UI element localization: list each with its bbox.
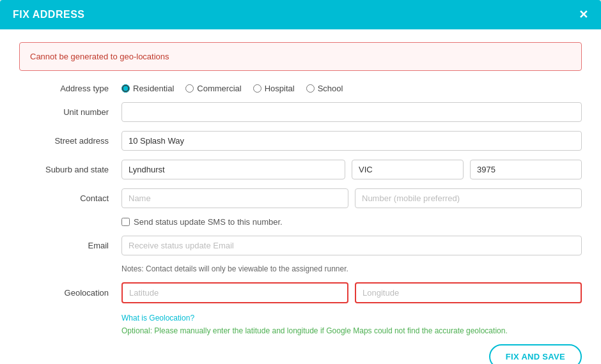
contact-row: Contact [19, 188, 582, 208]
radio-commercial-label: Commercial [197, 84, 241, 93]
sms-checkbox-text: Send status update SMS to this number. [134, 217, 283, 227]
latitude-input[interactable] [121, 282, 348, 303]
fix-address-modal: FIX ADDRESS ✕ Cannot be generated to geo… [0, 0, 601, 364]
fix-save-button[interactable]: FIX AND SAVE [489, 344, 582, 364]
longitude-wrap [355, 282, 582, 303]
street-address-row: Street address [19, 131, 582, 151]
geolocation-wrap [121, 282, 582, 303]
radio-commercial[interactable]: Commercial [185, 84, 241, 93]
modal-title: FIX ADDRESS [13, 9, 84, 20]
radio-school-label: School [318, 84, 343, 93]
geolocation-inputs [121, 282, 582, 303]
suburb-state-row: Suburb and state [19, 160, 582, 179]
longitude-input[interactable] [355, 282, 582, 303]
street-address-wrap [121, 131, 582, 151]
contact-name-wrap [121, 188, 348, 208]
unit-number-input[interactable] [121, 102, 582, 122]
contact-inputs [121, 188, 582, 208]
address-type-radio-group: Residential Commercial Hospital School [121, 84, 582, 93]
contact-name-input[interactable] [121, 188, 348, 208]
address-type-label: Address type [19, 84, 121, 93]
radio-hospital[interactable]: Hospital [253, 84, 295, 93]
radio-residential-input[interactable] [121, 84, 130, 93]
email-input[interactable] [121, 236, 582, 255]
radio-residential-label: Residential [133, 84, 174, 93]
error-banner: Cannot be generated to geo-locations [19, 42, 582, 71]
unit-number-row: Unit number [19, 102, 582, 122]
address-type-controls: Residential Commercial Hospital School [121, 84, 582, 93]
suburb-state-wrap [121, 160, 582, 179]
postcode-wrap [470, 160, 582, 179]
street-address-label: Street address [19, 136, 121, 146]
contact-label: Contact [19, 193, 121, 203]
suburb-state-inputs [121, 160, 582, 179]
unit-number-label: Unit number [19, 107, 121, 117]
contact-number-wrap [355, 188, 582, 208]
radio-school-input[interactable] [306, 84, 315, 93]
close-button[interactable]: ✕ [579, 9, 588, 20]
state-input[interactable] [352, 160, 464, 179]
sms-checkbox-row: Send status update SMS to this number. [121, 217, 582, 227]
street-address-input[interactable] [121, 131, 582, 151]
sms-checkbox-label[interactable]: Send status update SMS to this number. [121, 217, 283, 227]
footer-row: FIX AND SAVE [19, 344, 582, 364]
suburb-state-label: Suburb and state [19, 165, 121, 174]
notes-text: Notes: Contact details will only be view… [121, 264, 582, 273]
geo-optional-text: Optional: Please manually enter the lati… [121, 326, 582, 335]
modal-header: FIX ADDRESS ✕ [0, 0, 601, 29]
radio-commercial-input[interactable] [185, 84, 194, 93]
unit-number-wrap [121, 102, 582, 122]
email-row: Email [19, 236, 582, 255]
email-wrap [121, 236, 582, 255]
radio-hospital-label: Hospital [265, 84, 295, 93]
geolocation-row: Geolocation [19, 282, 582, 303]
radio-hospital-input[interactable] [253, 84, 261, 93]
contact-number-input[interactable] [355, 188, 582, 208]
sms-checkbox[interactable] [121, 218, 130, 226]
suburb-input[interactable] [121, 160, 345, 179]
postcode-input[interactable] [470, 160, 582, 179]
email-label: Email [19, 241, 121, 250]
geolocation-label: Geolocation [19, 288, 121, 298]
latitude-wrap [121, 282, 348, 303]
geolocation-link-row: What is Geolocation? [121, 312, 582, 322]
radio-school[interactable]: School [306, 84, 343, 93]
address-type-row: Address type Residential Commercial Hosp… [19, 84, 582, 93]
suburb-wrap [121, 160, 345, 179]
contact-wrap [121, 188, 582, 208]
error-message: Cannot be generated to geo-locations [30, 52, 169, 61]
state-wrap [352, 160, 464, 179]
radio-residential[interactable]: Residential [121, 84, 174, 93]
modal-body: Cannot be generated to geo-locations Add… [0, 29, 601, 364]
what-is-geolocation-link[interactable]: What is Geolocation? [121, 314, 194, 322]
